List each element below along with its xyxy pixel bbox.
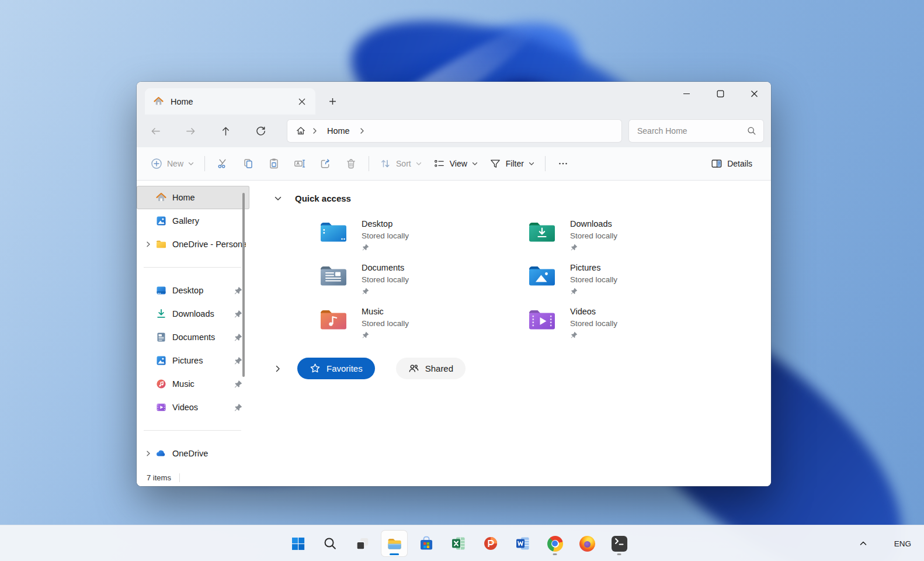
sidebar-divider <box>144 430 241 431</box>
shared-tab[interactable]: Shared <box>396 358 466 379</box>
store-icon <box>419 536 434 551</box>
word-button[interactable] <box>510 531 536 556</box>
details-label: Details <box>727 159 752 168</box>
cut-button[interactable] <box>210 152 235 175</box>
microsoft-store-button[interactable] <box>414 531 439 556</box>
tile-status: Stored locally <box>570 318 617 329</box>
sort-label: Sort <box>396 159 411 168</box>
pictures-icon <box>155 355 167 366</box>
tile-status: Stored locally <box>570 274 617 285</box>
close-icon <box>751 90 758 98</box>
powerpoint-button[interactable] <box>478 531 503 556</box>
rename-button[interactable] <box>287 152 312 175</box>
chevron-right-icon[interactable] <box>274 365 282 373</box>
new-tab-button[interactable] <box>322 91 342 111</box>
sidebar-item-music[interactable]: Music <box>137 372 249 396</box>
sidebar-label: Documents <box>172 333 234 342</box>
view-icon <box>433 158 445 169</box>
tile-pictures[interactable]: Pictures Stored locally <box>529 262 737 306</box>
back-button[interactable] <box>144 119 167 143</box>
tile-name: Music <box>362 306 409 317</box>
language-indicator[interactable]: ENG <box>890 536 916 552</box>
task-view-button[interactable] <box>349 531 375 556</box>
main-pane: Quick access Desktop Stored locally <box>249 181 771 469</box>
delete-button[interactable] <box>338 152 364 175</box>
start-button[interactable] <box>285 531 311 556</box>
tray-chevron-up-button[interactable] <box>854 535 872 552</box>
firefox-button[interactable] <box>574 531 600 556</box>
sidebar-item-onedrive-personal[interactable]: OneDrive - Personal <box>137 233 249 256</box>
document-icon <box>155 331 167 343</box>
window-controls <box>669 82 771 105</box>
plus-icon <box>329 98 336 105</box>
taskbar-icons <box>285 525 632 561</box>
tile-name: Pictures <box>570 262 617 273</box>
terminal-icon <box>612 536 627 552</box>
refresh-button[interactable] <box>249 119 272 143</box>
scissors-icon <box>217 158 228 169</box>
breadcrumb-home[interactable]: Home <box>324 125 353 137</box>
chevron-down-icon <box>274 195 282 203</box>
search-taskbar-button[interactable] <box>317 531 343 556</box>
sidebar-item-pictures[interactable]: Pictures <box>137 349 249 372</box>
expand-chevron-icon[interactable] <box>141 451 155 456</box>
copy-button[interactable] <box>235 152 261 175</box>
quick-access-header[interactable]: Quick access <box>274 193 771 203</box>
close-window-button[interactable] <box>737 82 771 105</box>
sidebar-item-home[interactable]: Home <box>137 186 249 209</box>
more-options-button[interactable] <box>550 152 576 175</box>
sidebar-item-downloads[interactable]: Downloads <box>137 302 249 325</box>
search-icon <box>747 126 756 136</box>
tile-documents[interactable]: Documents Stored locally <box>320 262 529 306</box>
pin-icon <box>234 333 242 342</box>
paste-button[interactable] <box>261 152 287 175</box>
desktop-folder-icon <box>320 220 347 243</box>
arrow-left-icon <box>150 126 161 137</box>
tile-desktop[interactable]: Desktop Stored locally <box>320 219 529 262</box>
sidebar-item-onedrive[interactable]: OneDrive <box>137 442 249 465</box>
sort-button[interactable]: Sort <box>374 152 428 175</box>
filter-button[interactable]: Filter <box>484 152 540 175</box>
sidebar-item-gallery[interactable]: Gallery <box>137 209 249 233</box>
maximize-icon <box>717 90 724 98</box>
minimize-button[interactable] <box>669 82 703 105</box>
view-button[interactable]: View <box>428 152 484 175</box>
details-button[interactable]: Details <box>705 152 758 175</box>
favorites-shared-row: Favorites Shared <box>274 358 771 379</box>
maximize-button[interactable] <box>703 82 737 105</box>
sidebar-item-videos[interactable]: Videos <box>137 396 249 419</box>
refresh-icon <box>255 126 266 137</box>
sidebar-item-desktop[interactable]: Desktop <box>137 279 249 302</box>
sidebar-item-documents[interactable]: Documents <box>137 325 249 349</box>
status-divider <box>179 473 180 482</box>
address-bar[interactable]: Home <box>287 120 621 142</box>
favorites-tab[interactable]: Favorites <box>297 358 375 379</box>
windows-logo-icon <box>291 536 305 551</box>
share-icon <box>319 158 331 169</box>
terminal-button[interactable] <box>606 531 632 556</box>
tab-home[interactable]: Home <box>145 88 315 115</box>
chevron-down-icon <box>529 161 534 167</box>
expand-chevron-icon[interactable] <box>141 241 155 247</box>
search-input[interactable] <box>637 126 747 136</box>
share-button[interactable] <box>312 152 338 175</box>
chrome-button[interactable] <box>542 531 568 556</box>
tile-name: Videos <box>570 306 617 317</box>
tile-downloads[interactable]: Downloads Stored locally <box>529 219 737 262</box>
tab-close-button[interactable] <box>293 93 311 110</box>
tile-videos[interactable]: Videos Stored locally <box>529 306 737 350</box>
excel-button[interactable] <box>446 531 471 556</box>
tile-music[interactable]: Music Stored locally <box>320 306 529 350</box>
new-button[interactable]: New <box>145 152 200 175</box>
file-explorer-window: Home Home <box>137 82 771 486</box>
forward-button[interactable] <box>179 119 202 143</box>
sidebar-divider <box>144 267 241 268</box>
onedrive-folder-icon <box>155 238 167 250</box>
favorites-label: Favorites <box>326 363 363 373</box>
excel-icon <box>451 536 466 551</box>
pin-icon <box>234 286 242 295</box>
up-button[interactable] <box>214 119 237 143</box>
system-tray: ENG <box>854 525 916 561</box>
sidebar-scrollbar[interactable] <box>242 193 245 377</box>
file-explorer-taskbar-button[interactable] <box>381 531 407 556</box>
